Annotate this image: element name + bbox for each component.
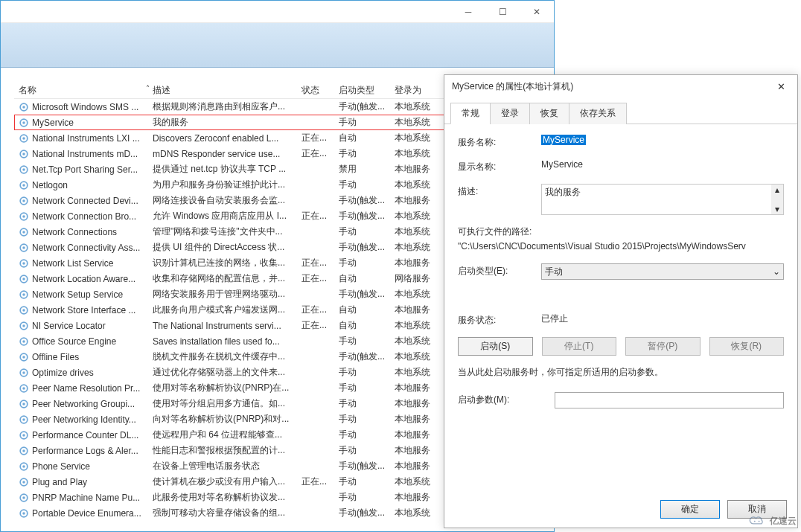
service-icon	[19, 368, 29, 378]
properties-dialog: MyService 的属性(本地计算机) ✕ 常规登录恢复依存关系 服务名称: …	[444, 74, 798, 528]
svg-point-33	[22, 356, 25, 359]
svg-point-47	[22, 465, 25, 468]
chevron-down-icon: ⌄	[773, 266, 780, 277]
service-icon	[19, 414, 29, 425]
resume-service-button: 恢复(R)	[709, 337, 785, 356]
svg-point-3	[22, 121, 25, 124]
svg-point-25	[22, 293, 25, 296]
svg-point-51	[22, 496, 25, 499]
dialog-body: 服务名称: MyService 显示名称: MyService 描述: 我的服务…	[444, 124, 797, 429]
tab-3[interactable]: 依存关系	[569, 103, 627, 124]
scrollbar[interactable]: ▴▾	[771, 185, 783, 214]
svg-point-23	[22, 278, 25, 281]
close-button[interactable]: ✕	[520, 1, 554, 23]
label-start-params: 启动参数(M):	[458, 392, 555, 406]
svg-point-17	[22, 231, 25, 234]
service-icon	[19, 477, 29, 487]
svg-point-9	[22, 168, 25, 171]
service-icon	[19, 133, 29, 144]
service-icon	[19, 211, 29, 222]
value-display-name: MyService	[541, 159, 784, 170]
svg-point-5	[22, 137, 25, 140]
col-start[interactable]: 启动类型	[334, 84, 390, 97]
value-service-name[interactable]: MyService	[541, 135, 586, 145]
dialog-titlebar: MyService 的属性(本地计算机) ✕	[444, 75, 797, 97]
service-icon	[19, 196, 29, 206]
start-hint: 当从此处启动服务时，你可指定所适用的启动参数。	[458, 366, 784, 379]
label-start-type: 启动类型(E):	[458, 263, 541, 278]
description-textarea[interactable]: 我的服务 ▴▾	[541, 184, 784, 215]
service-icon	[19, 149, 29, 159]
start-params-input[interactable]	[555, 392, 784, 408]
stop-service-button: 停止(T)	[542, 337, 617, 356]
service-icon	[19, 430, 29, 440]
svg-point-29	[22, 324, 25, 327]
ok-button[interactable]: 确定	[660, 500, 720, 519]
label-status: 服务状态:	[458, 313, 541, 327]
svg-point-55	[759, 521, 760, 522]
label-exe-path: 可执行文件的路径:	[458, 225, 784, 238]
svg-point-15	[22, 215, 25, 218]
service-icon	[19, 258, 29, 269]
service-icon	[19, 508, 29, 519]
start-type-combobox[interactable]: 手动 ⌄	[541, 263, 784, 280]
service-icon	[19, 336, 29, 347]
service-icon	[19, 399, 29, 409]
service-icon	[19, 493, 29, 503]
svg-point-31	[22, 340, 25, 343]
tab-2[interactable]: 恢复	[529, 103, 569, 124]
svg-point-11	[22, 184, 25, 187]
svg-point-54	[754, 521, 756, 522]
svg-point-41	[22, 418, 25, 421]
watermark: 亿速云	[747, 514, 797, 528]
svg-point-1	[22, 106, 25, 109]
service-icon	[19, 180, 29, 190]
svg-point-53	[22, 512, 25, 515]
service-icon	[19, 461, 29, 472]
cloud-icon	[747, 514, 767, 528]
svg-point-39	[22, 403, 25, 406]
service-icon	[19, 305, 29, 315]
svg-point-27	[22, 309, 25, 312]
svg-point-49	[22, 481, 25, 484]
service-icon	[19, 118, 29, 128]
tab-1[interactable]: 登录	[490, 103, 530, 124]
svg-point-7	[22, 153, 25, 156]
svg-point-43	[22, 434, 25, 437]
label-description: 描述:	[458, 184, 541, 198]
minimize-button[interactable]: ─	[451, 1, 485, 23]
service-icon	[19, 321, 29, 331]
service-icon	[19, 446, 29, 456]
value-exe-path: "C:\Users\CNC\Documents\Visual Studio 20…	[458, 241, 784, 251]
service-icon	[19, 274, 29, 284]
pause-service-button: 暂停(P)	[625, 337, 701, 356]
svg-point-21	[22, 262, 25, 265]
col-desc[interactable]: 描述	[148, 84, 297, 97]
service-icon	[19, 352, 29, 362]
label-display-name: 显示名称:	[458, 159, 541, 173]
svg-point-13	[22, 199, 25, 202]
col-status[interactable]: 状态	[297, 84, 334, 97]
dialog-close-button[interactable]: ✕	[766, 76, 796, 97]
tabstrip: 常规登录恢复依存关系	[444, 97, 797, 124]
svg-point-37	[22, 387, 25, 390]
label-service-name: 服务名称:	[458, 135, 541, 149]
service-icon	[19, 243, 29, 253]
service-icon	[19, 102, 29, 112]
service-icon	[19, 227, 29, 237]
maximize-button[interactable]: ☐	[485, 1, 520, 23]
col-name[interactable]: 名称	[14, 84, 148, 97]
window-titlebar: ─ ☐ ✕	[1, 1, 554, 23]
toolbar-area	[1, 23, 554, 68]
dialog-title: MyService 的属性(本地计算机)	[452, 80, 573, 93]
value-status: 已停止	[541, 313, 784, 325]
service-icon	[19, 289, 29, 300]
start-service-button[interactable]: 启动(S)	[458, 337, 533, 356]
svg-point-45	[22, 449, 25, 452]
svg-point-35	[22, 371, 25, 374]
col-logon[interactable]: 登录为	[390, 84, 450, 97]
svg-point-19	[22, 246, 25, 249]
service-icon	[19, 164, 29, 175]
service-icon	[19, 383, 29, 394]
tab-0[interactable]: 常规	[450, 103, 491, 124]
